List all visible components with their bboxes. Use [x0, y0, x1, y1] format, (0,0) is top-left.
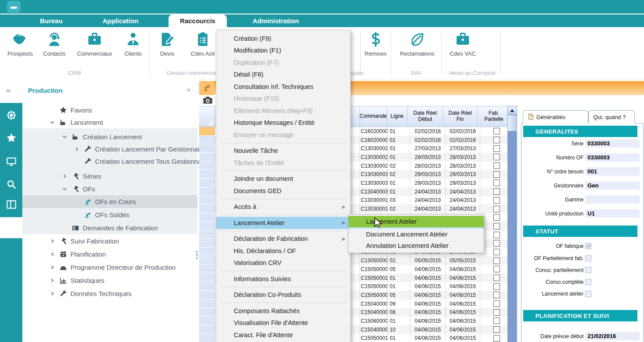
- content-tab-icon[interactable]: [199, 81, 214, 95]
- fab-partielle-checkbox[interactable]: [493, 292, 500, 298]
- tree-item-suivi-fabrication[interactable]: Suivi Fabrication: [22, 235, 197, 247]
- tree-item-s-ries[interactable]: Séries: [22, 170, 197, 183]
- status-checkbox[interactable]: [585, 279, 591, 285]
- panel-tab-generalites[interactable]: Généralités: [523, 110, 588, 123]
- ribbon-button-reclamations[interactable]: Reclamations: [393, 31, 441, 57]
- tree-item-favoris[interactable]: Favoris: [22, 104, 197, 116]
- ribbon-button-cdes-vac[interactable]: Cdes VAC: [439, 31, 487, 57]
- field-value[interactable]: [585, 195, 640, 204]
- fab-partielle-checkbox[interactable]: [493, 145, 500, 152]
- menu-item-modification-f1-[interactable]: Modification (F1): [216, 45, 350, 57]
- row-selector-cell[interactable]: [199, 162, 215, 170]
- submenu-item-annulation-lancement-atelier[interactable]: Annulation Lancement Atelier: [348, 240, 484, 251]
- row-selector-cell[interactable]: [199, 265, 215, 274]
- row-selector-cell[interactable]: [199, 291, 215, 300]
- row-selector-cell[interactable]: [199, 248, 215, 257]
- tree-item-programme-directeur-de-production[interactable]: Programme Directeur de Production: [22, 261, 197, 274]
- fab-partielle-checkbox[interactable]: [493, 180, 500, 186]
- fab-partielle-checkbox[interactable]: [493, 171, 500, 178]
- tree-item-ofs-en-cours[interactable]: OFs en Cours: [22, 195, 197, 208]
- field-value[interactable]: 0330003: [585, 153, 640, 162]
- row-selector-cell[interactable]: [199, 179, 215, 187]
- menu-tab-application[interactable]: Application: [92, 14, 149, 27]
- app-logo-icon[interactable]: [7, 1, 21, 13]
- row-selector-cell[interactable]: [199, 230, 215, 239]
- menu-item-documents-ged[interactable]: Documents GED: [216, 185, 350, 197]
- menu-item-caract-file-d-attente[interactable]: Caract. File d'Attente: [216, 329, 350, 341]
- tree-item-cr-ation-lancement-par-gestionnaire[interactable]: Création Lancement Par Gestionnaire: [22, 143, 197, 155]
- field-value[interactable]: 001: [585, 167, 640, 176]
- row-selector-cell[interactable]: [199, 153, 215, 162]
- column-header[interactable]: [199, 106, 215, 127]
- tree-item-statistiques[interactable]: Statistiques: [22, 274, 197, 287]
- rail-item-wheel-icon[interactable]: [0, 105, 22, 126]
- row-selector-cell[interactable]: [199, 317, 215, 325]
- menu-item-valorisation-crv[interactable]: Valorisation CRV: [216, 257, 350, 269]
- menu-item-historique-messages-entit-[interactable]: Historique Messages / Entité: [216, 117, 350, 129]
- fab-partielle-checkbox[interactable]: [493, 240, 500, 247]
- menu-item-informations-suivies[interactable]: Informations Suivies: [216, 273, 350, 285]
- fab-partielle-checkbox[interactable]: [493, 232, 500, 238]
- menu-item-his-d-clarations-of[interactable]: His. Déclarations / OF: [216, 245, 350, 257]
- menu-item-acc-s-[interactable]: Accès à>: [216, 201, 350, 213]
- close-sidebar-icon[interactable]: ×: [187, 86, 191, 95]
- menu-item-consultation-inf-techniques[interactable]: Consultation Inf. Techniques: [216, 81, 350, 93]
- camera-icon[interactable]: [202, 94, 214, 107]
- fab-partielle-checkbox[interactable]: [493, 162, 500, 169]
- row-selector-cell[interactable]: [199, 282, 215, 291]
- splitter-handle[interactable]: [196, 250, 199, 261]
- scrollbar-thumb[interactable]: [507, 115, 517, 131]
- fab-partielle-checkbox[interactable]: [493, 300, 500, 307]
- menu-item-joindre-un-document[interactable]: Joindre un document: [216, 173, 350, 185]
- field-value[interactable]: 21/02/2016: [585, 332, 640, 340]
- fab-partielle-checkbox[interactable]: [493, 266, 500, 272]
- fab-partielle-checkbox[interactable]: [493, 223, 500, 229]
- tree-item-ofs-sold-s[interactable]: OFs Soldés: [22, 208, 197, 221]
- row-selector-cell[interactable]: [199, 300, 215, 308]
- menu-item-visualisation-file-d-attente[interactable]: Visualisation File d'Attente: [216, 317, 350, 329]
- tree-item-ofs[interactable]: OFs: [22, 183, 197, 195]
- tree-item-lancement[interactable]: Lancement: [22, 116, 197, 129]
- row-selector-cell[interactable]: [199, 222, 215, 231]
- menu-tab-raccourcis[interactable]: Raccourcis: [169, 14, 227, 27]
- table-scrollbar[interactable]: [507, 106, 517, 342]
- rail-item-search-icon[interactable]: [0, 174, 22, 195]
- rail-item-star-icon[interactable]: [0, 128, 22, 149]
- row-selector-cell[interactable]: [199, 325, 215, 334]
- fab-partielle-checkbox[interactable]: [493, 283, 500, 290]
- row-selector-cell[interactable]: [199, 256, 215, 265]
- rail-item-monitor-icon[interactable]: [0, 152, 22, 173]
- column-header-ligne[interactable]: Ligne: [387, 106, 408, 127]
- submenu-item-lancement-atelier[interactable]: Lancement Atelier: [348, 216, 484, 229]
- scroll-up-button[interactable]: [507, 106, 517, 115]
- row-selector-cell[interactable]: [199, 204, 215, 213]
- tree-item-planification[interactable]: Planification: [22, 248, 197, 261]
- menu-item-cr-ation-f9-[interactable]: Création (F9): [216, 32, 350, 45]
- submenu-item-document-lancement-atelier[interactable]: Document Lancement Atelier: [348, 229, 484, 240]
- tree-item-cr-ation-lancement-tous-gestionnaires[interactable]: Création Lancement Tous Gestionnaires: [22, 155, 197, 168]
- menu-tab-bureau[interactable]: Bureau: [28, 14, 74, 27]
- menu-item-nouvelle-t-che[interactable]: Nouvelle Tâche: [216, 145, 350, 157]
- rail-item-robot-arm-icon[interactable]: [0, 217, 22, 238]
- status-checkbox[interactable]: [585, 291, 591, 297]
- column-header-date-r-el[interactable]: Date Réel Fin: [443, 106, 478, 127]
- field-value[interactable]: 0330003: [585, 139, 640, 148]
- status-checkbox[interactable]: [585, 255, 591, 261]
- row-selector-cell[interactable]: [199, 187, 215, 196]
- menu-tab-administration[interactable]: Administration: [246, 14, 306, 27]
- row-selector-cell[interactable]: [199, 136, 215, 145]
- fab-partielle-checkbox[interactable]: [493, 128, 500, 134]
- row-selector-cell[interactable]: [199, 334, 215, 342]
- ribbon-button-remises[interactable]: Remises: [352, 31, 400, 57]
- menu-item-d-claration-de-fabrication[interactable]: Déclaration de Fabrication>: [216, 233, 350, 245]
- fab-partielle-checkbox[interactable]: [493, 154, 500, 160]
- row-selector-cell[interactable]: [199, 170, 215, 179]
- tree-item-donn-es-techniques[interactable]: Données Techniques: [22, 287, 197, 300]
- row-selector-cell[interactable]: [199, 144, 215, 153]
- column-header-date-r-el[interactable]: Date Réel Début: [408, 106, 443, 127]
- menu-item-d-claration-co-produits[interactable]: Déclaration Co-Produits: [216, 289, 350, 301]
- row-selector-cell[interactable]: [199, 239, 215, 248]
- row-selector-cell[interactable]: [199, 213, 215, 222]
- fab-partielle-checkbox[interactable]: [493, 326, 500, 333]
- row-selector-cell[interactable]: [199, 308, 215, 317]
